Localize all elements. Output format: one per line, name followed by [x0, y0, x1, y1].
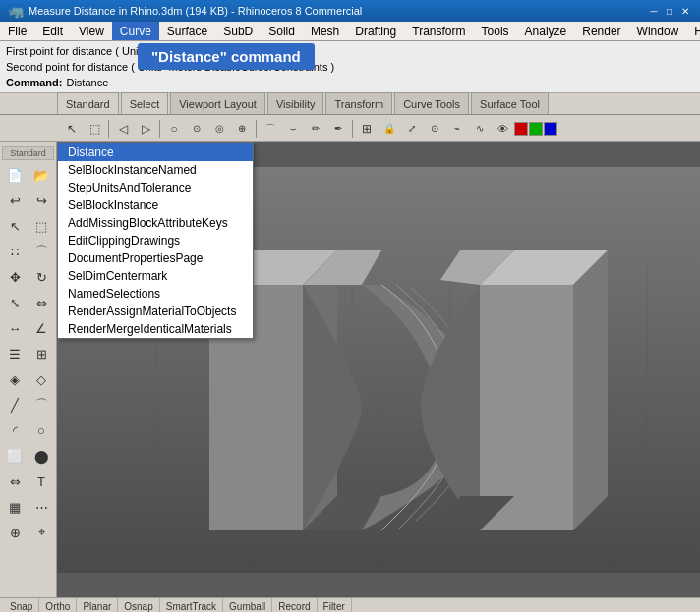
sb-layer[interactable]: ☰: [2, 342, 28, 365]
sb-prop[interactable]: ⊞: [29, 342, 54, 365]
tool-lasso[interactable]: ⌒: [260, 118, 281, 139]
menu-edit[interactable]: Edit: [34, 22, 71, 40]
sb-curve[interactable]: ⌒: [29, 240, 54, 263]
sb-angle[interactable]: ∠: [29, 316, 54, 340]
menu-solid[interactable]: Solid: [261, 22, 303, 40]
tool-circle1[interactable]: ○: [163, 118, 185, 139]
menu-mesh[interactable]: Mesh: [303, 22, 347, 40]
tab-curve-tools[interactable]: Curve Tools: [394, 92, 469, 114]
sb-undo[interactable]: ↩: [2, 189, 28, 212]
tool-color3[interactable]: [544, 122, 557, 136]
sb-row5: ✥ ↻: [2, 265, 54, 289]
tool-color1[interactable]: [514, 122, 528, 136]
menu-subd[interactable]: SubD: [215, 22, 261, 40]
sb-redo[interactable]: ↪: [29, 189, 54, 212]
tool-circle3[interactable]: ◎: [208, 118, 230, 139]
dropdown-item-render-merge[interactable]: RenderMergeIdenticalMaterials: [58, 320, 253, 338]
minimize-button[interactable]: ─: [647, 4, 661, 18]
sb-move[interactable]: ✥: [2, 265, 28, 289]
maximize-button[interactable]: □: [663, 4, 676, 18]
menu-render[interactable]: Render: [574, 22, 628, 40]
tool-paint[interactable]: ✏: [305, 118, 326, 139]
dropdown-item-edit-clipping[interactable]: EditClippingDrawings: [58, 232, 253, 250]
sb-open[interactable]: 📂: [29, 163, 54, 187]
menu-surface[interactable]: Surface: [159, 22, 215, 40]
sb-arc[interactable]: ◜: [2, 418, 28, 442]
cmd-line2: Second point for distance ( Units=Meters…: [6, 59, 694, 75]
tool-circle4[interactable]: ⊕: [231, 118, 253, 139]
sb-dist[interactable]: ↔: [2, 316, 28, 340]
sb-render[interactable]: ◈: [2, 367, 28, 391]
status-gumball[interactable]: Gumball: [223, 598, 272, 612]
sb-text[interactable]: T: [29, 470, 54, 493]
menu-curve[interactable]: Curve: [112, 22, 159, 40]
status-snap[interactable]: Snap: [4, 598, 39, 612]
sb-circle[interactable]: ○: [29, 418, 54, 442]
tool-move[interactable]: ⤢: [401, 118, 423, 139]
status-osnap[interactable]: Osnap: [118, 598, 159, 612]
tab-surface-tool[interactable]: Surface Tool: [471, 92, 549, 114]
tab-visibility[interactable]: Visibility: [267, 92, 324, 114]
menu-transform[interactable]: Transform: [404, 22, 473, 40]
command-bar: First point for distance ( Units=Meters …: [0, 41, 700, 93]
dropdown-item-named-sel[interactable]: NamedSelections: [58, 285, 253, 303]
dropdown-item-distance[interactable]: Distance: [58, 143, 253, 161]
tool-snap[interactable]: ⊙: [424, 118, 445, 139]
menu-help[interactable]: Help: [686, 22, 700, 40]
dropdown-item-sel-block[interactable]: SelBlockInstance: [58, 196, 253, 214]
tab-viewport-layout[interactable]: Viewport Layout: [170, 92, 265, 114]
sb-pts[interactable]: ∷: [2, 240, 28, 263]
status-record[interactable]: Record: [272, 598, 317, 612]
tool-window-select[interactable]: ⬚: [84, 118, 105, 139]
dropdown-item-render-assign[interactable]: RenderAssignMaterialToObjects: [58, 303, 253, 320]
close-button[interactable]: ✕: [678, 4, 692, 18]
sb-select[interactable]: ↖: [2, 214, 28, 238]
viewport[interactable]: Distance SelBlockInstanceNamed StepUnits…: [57, 142, 700, 597]
sb-new[interactable]: 📄: [2, 163, 28, 187]
tab-transform[interactable]: Transform: [325, 92, 392, 114]
tool-color2[interactable]: [529, 122, 543, 136]
menu-tools[interactable]: Tools: [474, 22, 517, 40]
menu-window[interactable]: Window: [629, 22, 687, 40]
menu-analyze[interactable]: Analyze: [517, 22, 575, 40]
sb-box[interactable]: ⬜: [2, 444, 28, 468]
tool-paint2[interactable]: ✒: [327, 118, 349, 139]
tool-pointer[interactable]: ↖: [61, 118, 83, 139]
tool-prev[interactable]: ◁: [112, 118, 134, 139]
dropdown-item-step-units[interactable]: StepUnitsAndTolerance: [58, 179, 253, 196]
tool-curve-icon[interactable]: ∿: [469, 118, 491, 139]
tool-magnet[interactable]: ⌁: [446, 118, 468, 139]
tool-grid[interactable]: ⊞: [356, 118, 378, 139]
tab-standard[interactable]: Standard: [57, 92, 119, 114]
tab-select[interactable]: Select: [121, 92, 169, 114]
tool-next[interactable]: ▷: [135, 118, 156, 139]
sb-window[interactable]: ⬚: [29, 214, 54, 238]
sb-hatch[interactable]: ▦: [2, 495, 28, 519]
dropdown-item-doc-props[interactable]: DocumentPropertiesPage: [58, 250, 253, 267]
menu-file[interactable]: File: [0, 22, 34, 40]
dropdown-item-add-missing[interactable]: AddMissingBlockAttributeKeys: [58, 214, 253, 232]
sb-sphere[interactable]: ⬤: [29, 444, 54, 468]
dropdown-item-sel-dim[interactable]: SelDimCentermark: [58, 267, 253, 285]
menu-view[interactable]: View: [71, 22, 112, 40]
sb-gumball[interactable]: ⊕: [2, 521, 28, 544]
sb-scale[interactable]: ⤡: [2, 291, 28, 314]
sb-mirror[interactable]: ⇔: [29, 291, 54, 314]
sb-extra[interactable]: ⋯: [29, 495, 54, 519]
status-planar[interactable]: Planar: [77, 598, 118, 612]
dropdown-item-sel-block-named[interactable]: SelBlockInstanceNamed: [58, 161, 253, 179]
sb-dim[interactable]: ⇔: [2, 470, 28, 493]
sb-snaps[interactable]: ⌖: [29, 521, 54, 544]
tool-lasso2[interactable]: ⌣: [282, 118, 304, 139]
sb-polyline[interactable]: ⌒: [29, 393, 54, 417]
sb-line[interactable]: ╱: [2, 393, 28, 417]
sb-rotate[interactable]: ↻: [29, 265, 54, 289]
tool-lock[interactable]: 🔒: [379, 118, 400, 139]
menu-drafting[interactable]: Drafting: [347, 22, 404, 40]
status-filter[interactable]: Filter: [318, 598, 352, 612]
status-ortho[interactable]: Ortho: [39, 598, 77, 612]
tool-eye[interactable]: 👁: [492, 118, 513, 139]
sb-mat[interactable]: ◇: [29, 367, 54, 391]
status-smarttrack[interactable]: SmartTrack: [160, 598, 223, 612]
tool-circle2[interactable]: ⊙: [186, 118, 207, 139]
